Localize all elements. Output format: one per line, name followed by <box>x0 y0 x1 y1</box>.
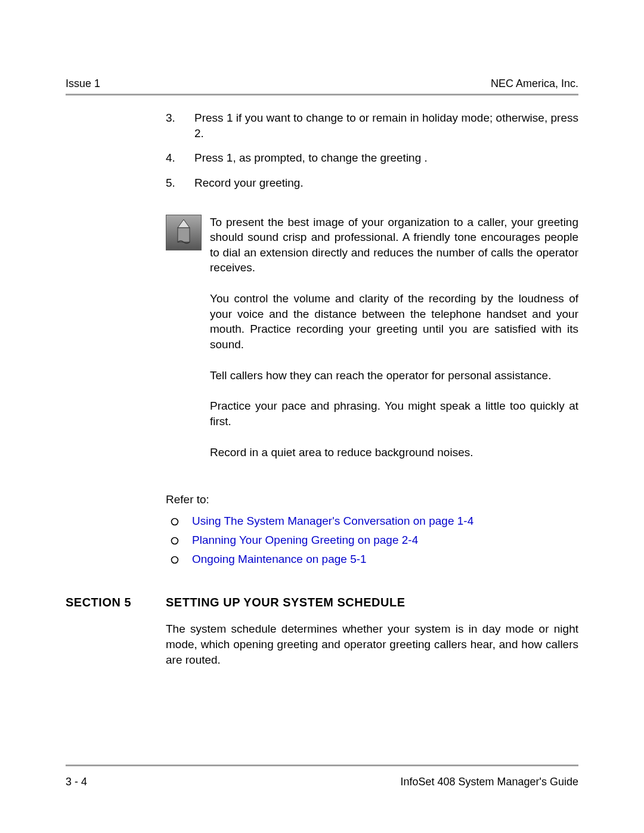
tip-paragraphs: To present the best image of your organi… <box>210 215 578 476</box>
tip-paragraph: You control the volume and clarity of th… <box>210 291 578 352</box>
tip-paragraph: Practice your pace and phrasing. You mig… <box>210 398 578 429</box>
header-rule <box>66 94 578 95</box>
section-title: SETTING UP YOUR SYSTEM SCHEDULE <box>166 596 405 609</box>
tip-paragraph: Record in a quiet area to reduce backgro… <box>210 445 578 460</box>
svg-rect-1 <box>178 228 190 242</box>
step-item: 4. Press 1, as prompted, to change the g… <box>166 150 578 166</box>
svg-point-2 <box>172 519 178 525</box>
section-number: SECTION 5 <box>66 596 166 609</box>
document-page: Issue 1 NEC America, Inc. 3. Press 1 if … <box>0 0 644 833</box>
step-text: Record your greeting. <box>194 175 578 191</box>
step-number: 3. <box>166 110 194 141</box>
step-number: 5. <box>166 175 194 191</box>
tip-paragraph: Tell callers how they can reach the oper… <box>210 368 578 383</box>
header-left: Issue 1 <box>66 78 100 90</box>
step-text: Press 1 if you want to change to or rema… <box>194 110 578 141</box>
tip-pencil-icon <box>166 215 202 250</box>
svg-point-4 <box>172 557 178 563</box>
svg-marker-0 <box>178 219 190 228</box>
section-heading: SECTION 5 SETTING UP YOUR SYSTEM SCHEDUL… <box>66 596 578 609</box>
reference-link[interactable]: Using The System Manager's Conversation … <box>192 515 473 528</box>
step-text: Press 1, as prompted, to change the gree… <box>194 150 578 166</box>
refer-label: Refer to: <box>166 493 578 506</box>
circle-bullet-icon <box>171 553 192 566</box>
step-number: 4. <box>166 150 194 166</box>
tip-block: To present the best image of your organi… <box>166 215 578 476</box>
tip-paragraph: To present the best image of your organi… <box>210 215 578 276</box>
reference-item: Planning Your Opening Greeting on page 2… <box>166 534 578 547</box>
circle-bullet-icon <box>171 515 192 528</box>
footer-doc-title: InfoSet 408 System Manager's Guide <box>400 776 578 788</box>
reference-item: Using The System Manager's Conversation … <box>166 515 578 528</box>
circle-bullet-icon <box>171 534 192 547</box>
body-column: 3. Press 1 if you want to change to or r… <box>166 110 578 566</box>
page-footer: 3 - 4 InfoSet 408 System Manager's Guide <box>66 764 578 788</box>
reference-link[interactable]: Planning Your Opening Greeting on page 2… <box>192 534 418 547</box>
page-header: Issue 1 NEC America, Inc. <box>66 78 578 94</box>
step-item: 5. Record your greeting. <box>166 175 578 191</box>
footer-rule <box>66 764 578 766</box>
section-body: The system schedule determines whether y… <box>166 621 578 667</box>
svg-point-3 <box>172 538 178 544</box>
footer-page-number: 3 - 4 <box>66 776 87 788</box>
reference-item: Ongoing Maintenance on page 5-1 <box>166 553 578 566</box>
step-item: 3. Press 1 if you want to change to or r… <box>166 110 578 141</box>
header-right: NEC America, Inc. <box>491 78 578 90</box>
reference-link[interactable]: Ongoing Maintenance on page 5-1 <box>192 553 367 566</box>
